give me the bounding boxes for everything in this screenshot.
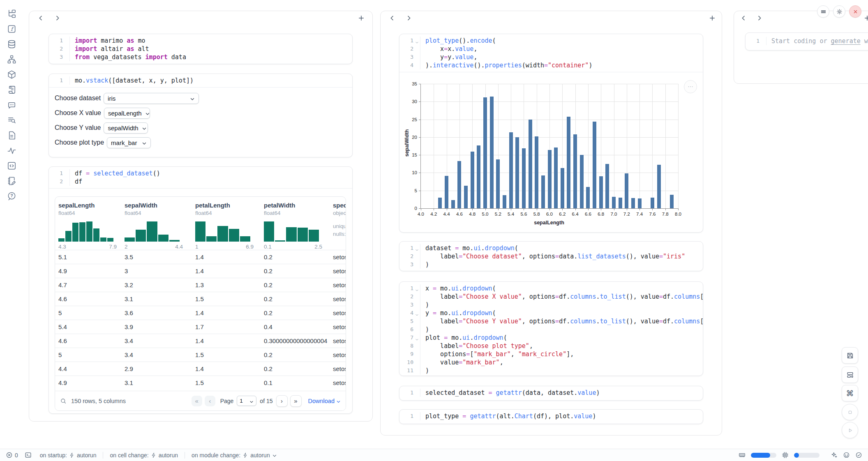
x-dropdown[interactable]: sepalLength [104,108,150,119]
fold-chevron-icon[interactable] [415,336,419,339]
chevron-left-icon[interactable] [37,15,44,21]
chart-bar [651,198,654,208]
help-icon[interactable]: ? [7,191,16,201]
chart-actions-menu[interactable] [684,80,697,93]
table-row[interactable]: 53.61.40.2setosa [55,306,346,320]
column-header-petalWidth[interactable]: petalWidthfloat640.12.5 [261,197,330,250]
code-editor[interactable]: 1df = selected_dataset()2df [49,167,352,188]
search-icon[interactable] [60,398,67,404]
plot-type-dropdown[interactable]: mark_bar [107,137,151,148]
code-editor[interactable]: 1selected_dataset = getattr(data, datase… [399,386,703,399]
column-header-sepalLength[interactable]: sepalLengthfloat644.37.9 [55,197,121,250]
dataset-dropdown[interactable]: iris [104,93,199,104]
add-cell-icon[interactable] [358,14,365,22]
settings-gear-button[interactable] [833,5,845,18]
range-max: 4.4 [175,244,183,250]
code-line[interactable]: 1 Start coding or generate with AI [746,37,868,45]
on-module-change-setting[interactable]: on module change: autorun [192,452,277,459]
page-select[interactable]: 1 [237,396,256,406]
table-row[interactable]: 4.42.91.40.2setosa [55,362,346,376]
table-of-contents-icon[interactable] [7,115,16,125]
chevron-right-icon[interactable] [54,15,61,21]
copilot-icon[interactable] [843,452,850,459]
scratchpad-icon[interactable] [7,176,16,186]
cell-plot-type[interactable]: 1plot_type = getattr(alt.Chart(df), plot… [399,409,703,424]
table-row[interactable]: 53.41.50.2setosa [55,348,346,362]
table-row[interactable]: 4.931.40.2setosa [55,264,346,278]
line-number: 1 [49,37,65,45]
packages-icon[interactable] [7,70,16,79]
y-dropdown[interactable]: sepalWidth [104,122,148,134]
layout-toggle-button[interactable] [842,366,858,383]
table-row[interactable]: 5.43.91.70.4setosa [55,320,346,334]
save-button[interactable] [842,347,858,364]
fold-chevron-icon[interactable] [415,39,419,42]
ai-chat-icon[interactable] [7,100,16,110]
cell-vstack[interactable]: 1mo.vstack([dataset, x, y, plot]) Choose… [48,74,353,157]
code-line: 1plot_type().encode( [399,37,703,45]
code-editor[interactable]: 1mo.vstack([dataset, x, y, plot]) [49,74,352,87]
code-editor[interactable]: 1import marimo as mo2import altair as al… [49,34,352,64]
column-name: sepalLength [58,202,118,209]
histogram-bar [58,238,65,242]
cell-selected-dataset[interactable]: 1selected_dataset = getattr(data, datase… [399,386,703,401]
next-page-button[interactable]: › [276,395,288,407]
histogram-bar [107,238,113,242]
line-number: 1 [399,412,415,420]
generate-link[interactable]: generate [831,37,861,45]
tracing-icon[interactable] [7,146,16,155]
sparkles-icon[interactable] [831,452,838,459]
snippets-icon[interactable] [7,161,16,171]
download-button[interactable]: Download [308,398,341,404]
stop-button[interactable] [842,404,858,420]
documentation-icon[interactable] [7,131,16,140]
column-header-petalLength[interactable]: petalLengthfloat6416.9 [192,197,261,250]
database-icon[interactable] [7,39,16,49]
terminal-icon[interactable] [25,452,32,459]
altair-bar-chart[interactable]: 051015202530354.04.24.44.64.85.05.25.45.… [420,84,678,209]
code-text: dataset = mo.ui.dropdown( [420,244,703,252]
table-row[interactable]: 4.93.11.50.1setosa [55,376,346,390]
chevron-left-icon[interactable] [389,15,395,21]
last-page-button[interactable]: » [290,395,302,407]
chevron-right-icon[interactable] [406,15,412,21]
code-editor[interactable]: 1x = mo.ui.dropdown(2 label="Choose X va… [399,282,703,377]
on-cell-change-setting[interactable]: on cell change: autorun [110,452,178,459]
close-panel-button[interactable] [849,5,861,18]
code-editor[interactable]: 1plot_type().encode(2 x=x.value,3 y=y.va… [399,34,703,72]
command-palette-button[interactable]: ⌘ [842,385,858,401]
prev-page-button[interactable]: ‹ [205,396,215,406]
cell-imports[interactable]: 1import marimo as mo2import altair as al… [48,34,353,64]
fold-chevron-icon[interactable] [415,311,419,315]
errors-indicator[interactable]: 0 [6,452,18,459]
cell-dataset-dropdown[interactable]: 1dataset = mo.ui.dropdown(2 label="Choos… [399,241,703,271]
table-row[interactable]: 5.13.51.40.2setosa [55,250,346,264]
code-editor[interactable]: 1dataset = mo.ui.dropdown(2 label="Choos… [399,242,703,271]
table-row[interactable]: 4.63.11.50.2setosa [55,292,346,306]
logs-icon[interactable] [7,85,16,95]
table-row[interactable]: 4.63.41.40.30000000000000004setosa [55,334,346,348]
column-header-sepalWidth[interactable]: sepalWidthfloat6424.4 [121,197,192,250]
add-cell-icon[interactable] [863,14,868,22]
cell-chart[interactable]: 1plot_type().encode(2 x=x.value,3 y=y.va… [399,34,703,233]
column-header-species[interactable]: speciesobjectunique:nulls: [330,197,346,250]
run-button[interactable] [842,422,858,438]
functions-icon[interactable]: f [7,24,16,34]
table-row[interactable]: 4.73.21.30.2setosa [55,278,346,292]
fold-chevron-icon[interactable] [415,286,419,290]
chevron-right-icon[interactable] [756,15,763,21]
chevron-left-icon[interactable] [740,15,747,21]
code-editor[interactable]: 1plot_type = getattr(alt.Chart(df), plot… [399,410,703,423]
file-tree-icon[interactable] [7,9,16,18]
connection-status-icon[interactable] [855,452,862,459]
on-startup-setting[interactable]: on startup: autorun [40,452,97,459]
fold-chevron-icon[interactable] [415,246,419,250]
cell-xy-plot-dropdowns[interactable]: 1x = mo.ui.dropdown(2 label="Choose X va… [399,281,703,376]
x-tick-mark [665,208,666,210]
hamburger-menu-button[interactable] [817,5,829,18]
cell-empty-editor[interactable]: 1 Start coding or generate with AI [745,32,868,51]
dependencies-icon[interactable] [7,55,16,64]
first-page-button[interactable]: « [192,396,202,406]
cell-dataframe[interactable]: 1df = selected_dataset()2df sepalLengthf… [48,166,353,414]
add-cell-icon[interactable] [709,14,716,22]
